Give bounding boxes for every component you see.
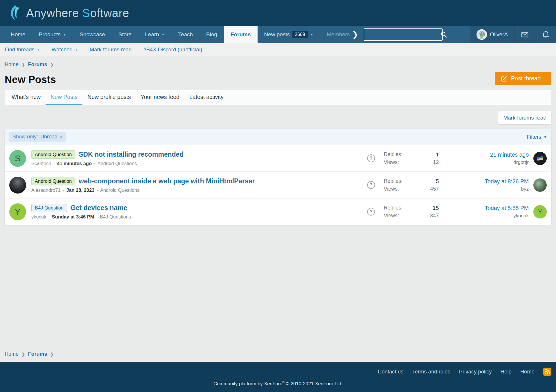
mark-forums-read-button[interactable]: Mark forums read [498,111,551,124]
footer-copyright: Community platform by XenForo® © 2010-20… [5,381,551,386]
thread-meta: Alessandro71·Jan 28, 2023·Android Questi… [31,187,255,193]
rss-icon[interactable] [543,368,551,376]
search-input[interactable] [364,29,437,40]
last-post-info: 21 minutes ago drgottjr [459,151,529,165]
subnav-discord-link[interactable]: #B4X Discord (unofficial) [143,46,202,53]
main-navigation: Home Products▼ Showcase Store Learn▼ Tea… [0,26,556,43]
filter-bar: Show only: Unread × Filters▼ [5,129,551,145]
last-post-avatar[interactable]: Y [533,205,547,218]
subnav-mark-forums-read[interactable]: Mark forums read [90,46,132,53]
ukraine-flag-icon [537,156,543,160]
thread-forum-link[interactable]: Android Questions [100,187,140,193]
thread-title-link[interactable]: web-component inside a web page with Min… [79,177,255,185]
breadcrumb-home[interactable]: Home [5,62,19,68]
thread-row: S Android Question SDK not installing re… [5,145,551,171]
nav-new-posts[interactable]: New posts 2669 ▼ [258,26,320,43]
footer-contact-us[interactable]: Contact us [378,368,403,375]
forum-subnav: Find threads▼ Watched▼ Mark forums read … [0,43,556,56]
breadcrumb-home[interactable]: Home [5,351,19,357]
views-count: 12 [405,159,439,165]
breadcrumb: Home ❯ Forums ❯ [5,62,551,68]
thread-author-link[interactable]: ykucuk [31,214,46,220]
nav-store[interactable]: Store [112,26,138,43]
search-button[interactable] [437,31,450,38]
last-post-avatar[interactable] [533,178,547,192]
nav-learn[interactable]: Learn▼ [138,26,172,43]
nav-teach[interactable]: Teach [171,26,200,43]
search-box [364,28,443,41]
subnav-watched[interactable]: Watched▼ [52,46,78,53]
nav-scroll-chevron-icon[interactable]: ❯ [352,26,361,43]
footer-home[interactable]: Home [520,368,535,375]
tab-whats-new[interactable]: What's new [7,90,46,105]
question-circle-icon: ? [367,181,375,189]
nav-home[interactable]: Home [4,26,32,43]
thread-prefix-badge[interactable]: B4J Question [31,204,67,212]
search-area [364,26,443,43]
last-post-time-link[interactable]: Today at 8:26 PM [485,178,529,185]
thread-prefix-badge[interactable]: Android Question [31,150,75,159]
thread-title-link[interactable]: SDK not installing recommended [79,151,184,158]
site-logo[interactable]: Anywhere Software [8,4,129,22]
nav-forums[interactable]: Forums [224,26,258,43]
thread-forum-link[interactable]: B4J Questions [100,214,131,220]
page-title: New Posts [5,74,56,85]
views-count: 347 [405,213,439,219]
thread-list: Show only: Unread × Filters▼ S Android Q… [5,129,551,225]
tab-new-posts[interactable]: New Posts [46,90,82,105]
thread-author-link[interactable]: Scantech [31,161,51,166]
thread-title-link[interactable]: Get devices name [70,204,127,212]
nav-products[interactable]: Products▼ [32,26,73,43]
nav-members[interactable]: Members [320,26,352,43]
footer-links: Contact us Terms and rules Privacy polic… [5,368,551,376]
thread-forum-link[interactable]: Android Questions [97,161,137,166]
thread-row: Android Question web-component inside a … [5,171,551,198]
avatar[interactable]: Y [9,203,26,220]
last-post-author: byz [459,186,529,192]
question-circle-icon: ? [367,208,375,216]
tab-your-news-feed[interactable]: Your news feed [136,90,184,105]
user-menu[interactable]: OliverA [470,26,514,43]
thread-prefix-badge[interactable]: Android Question [31,177,75,185]
last-post-info: Today at 8:26 PM byz [459,178,529,192]
footer-help[interactable]: Help [501,368,512,375]
last-post-author: drgottjr [459,160,529,165]
footer-privacy[interactable]: Privacy policy [459,368,492,375]
caret-down-icon: ▼ [310,32,314,37]
nav-blog[interactable]: Blog [200,26,224,43]
logo-flame-icon [8,4,26,22]
caret-down-icon: ▼ [544,135,547,139]
breadcrumb-forums[interactable]: Forums [28,62,47,68]
thread-row: Y B4J Question Get devices name ykucuk·S… [5,198,551,225]
edit-pencil-icon [501,75,508,82]
footer-terms[interactable]: Terms and rules [412,368,450,375]
tab-strip: What's new New Posts New profile posts Y… [5,90,551,105]
thread-stats: Replies: 15 Views: 347 [384,205,439,219]
username: OliverA [490,31,508,38]
last-post-time-link[interactable]: 21 minutes ago [490,151,529,158]
tab-latest-activity[interactable]: Latest activity [184,90,229,105]
avatar[interactable]: S [9,150,26,167]
search-icon [440,31,447,38]
site-header: Anywhere Software [0,0,556,26]
replies-count: 15 [405,205,439,211]
inbox-button[interactable] [514,26,535,43]
thread-author-link[interactable]: Alessandro71 [31,187,61,193]
alerts-button[interactable] [535,26,556,43]
post-thread-button[interactable]: Post thread... [495,72,551,85]
breadcrumb-forums[interactable]: Forums [28,351,47,357]
nav-showcase[interactable]: Showcase [73,26,112,43]
tab-new-profile-posts[interactable]: New profile posts [82,90,136,105]
envelope-icon [521,31,529,39]
remove-filter-icon[interactable]: × [60,134,63,140]
subnav-find-threads[interactable]: Find threads▼ [5,46,40,53]
filters-dropdown[interactable]: Filters▼ [527,134,547,140]
filter-chip-unread[interactable]: Show only: Unread × [9,132,66,142]
bell-icon [542,31,550,39]
caret-down-icon: ▼ [75,48,78,51]
last-post-time-link[interactable]: Today at 5:55 PM [485,205,529,211]
last-post-avatar[interactable] [533,152,547,165]
avatar[interactable] [9,177,26,194]
caret-down-icon: ▼ [63,32,66,37]
thread-main: Android Question SDK not installing reco… [31,150,184,166]
